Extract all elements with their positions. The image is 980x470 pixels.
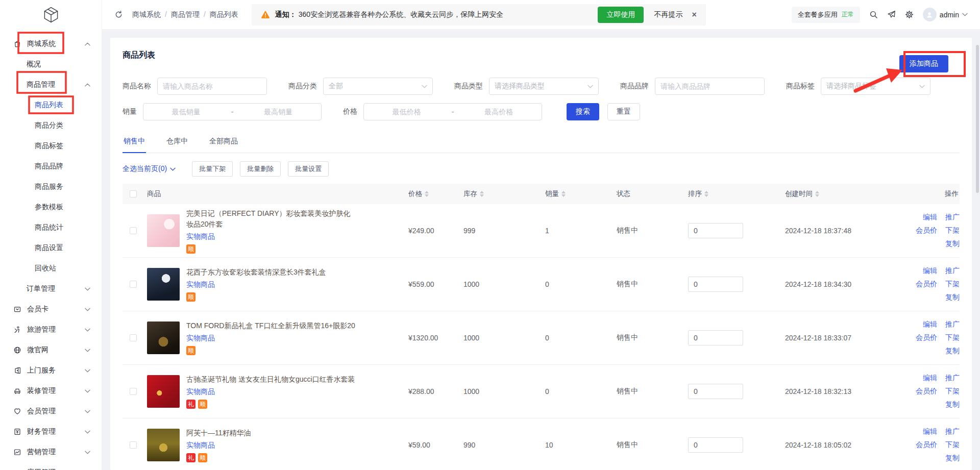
product-type-link[interactable]: 实物商品 [186, 334, 355, 343]
breadcrumb-item[interactable]: 商品管理 [171, 10, 200, 18]
product-title[interactable]: 完美日记（PERFECT DIARY）彩妆套装美妆护肤化妆品20件套 [186, 208, 356, 230]
add-product-button[interactable]: 添加商品 [899, 55, 948, 72]
member-price-link[interactable]: 会员价 [916, 440, 937, 450]
page-scrollbar[interactable] [976, 45, 979, 193]
gear-icon[interactable] [905, 10, 914, 19]
member-price-link[interactable]: 会员价 [916, 280, 937, 289]
sort-input[interactable] [688, 437, 743, 453]
type-select[interactable]: 请选择商品类型 [489, 78, 599, 95]
sidebar-item-goods-category[interactable]: 商品分类 [0, 115, 102, 136]
product-title[interactable]: 花西子东方妆奁彩妆套装情深意长3件套礼盒 [186, 267, 326, 278]
edit-link[interactable]: 编辑 [923, 266, 937, 276]
member-price-link[interactable]: 会员价 [916, 226, 937, 235]
brand-input[interactable] [655, 78, 765, 95]
product-type-link[interactable]: 实物商品 [186, 232, 356, 241]
sort-toggle[interactable] [561, 191, 566, 197]
max-sales-input[interactable] [235, 108, 321, 116]
refresh-icon[interactable] [114, 10, 123, 19]
row-checkbox[interactable] [130, 388, 137, 395]
sidebar-item-param-template[interactable]: 参数模板 [0, 197, 102, 217]
off-shelf-link[interactable]: 下架 [945, 440, 960, 450]
sidebar-item-member-mgmt[interactable]: 会员管理 [0, 401, 102, 422]
sort-input[interactable] [688, 277, 743, 292]
row-checkbox[interactable] [130, 334, 137, 341]
copy-link[interactable]: 复制 [945, 454, 960, 463]
copy-link[interactable]: 复制 [945, 239, 960, 249]
batch-off-shelf-button[interactable]: 批量下架 [192, 161, 233, 177]
user-menu[interactable]: admin [923, 8, 968, 21]
product-title[interactable]: TOM FORD新品礼盒 TF口红全新升级黑管16+眼影20 [186, 320, 355, 331]
promote-link[interactable]: 推广 [945, 213, 960, 222]
sort-toggle[interactable] [815, 191, 819, 197]
category-select[interactable]: 全部 [323, 78, 433, 95]
tab-all-products[interactable]: 全部商品 [208, 134, 239, 153]
sort-toggle[interactable] [425, 191, 429, 197]
search-button[interactable]: 搜索 [567, 103, 599, 120]
member-price-link[interactable]: 会员价 [916, 387, 937, 396]
search-icon[interactable] [869, 10, 878, 19]
sidebar-item-member-card[interactable]: 会员卡 [0, 299, 102, 319]
promote-link[interactable]: 推广 [945, 320, 960, 329]
sidebar-item-app-mgmt[interactable]: 应用管理 [0, 462, 102, 470]
use-now-button[interactable]: 立即使用 [598, 7, 644, 23]
sidebar-item-overview[interactable]: 概况 [0, 54, 102, 75]
sidebar-item-travel-mgmt[interactable]: 旅游管理 [0, 319, 102, 340]
edit-link[interactable]: 编辑 [923, 213, 937, 222]
edit-link[interactable]: 编辑 [923, 320, 937, 329]
sidebar-item-micro-site[interactable]: 微官网 [0, 340, 102, 360]
sidebar-item-goods-brand[interactable]: 商品品牌 [0, 156, 102, 177]
off-shelf-link[interactable]: 下架 [945, 280, 960, 289]
row-checkbox[interactable] [130, 441, 137, 449]
promote-link[interactable]: 推广 [945, 374, 960, 383]
sidebar-item-goods-stats[interactable]: 商品统计 [0, 217, 102, 238]
breadcrumb-item[interactable]: 商城系统 [132, 10, 161, 18]
sidebar-item-decor-mgmt[interactable]: 装修管理 [0, 381, 102, 401]
sidebar-item-goods-list[interactable]: 商品列表 [0, 95, 102, 115]
batch-settings-button[interactable]: 批量设置 [288, 161, 329, 177]
tab-in-warehouse[interactable]: 仓库中 [165, 134, 189, 153]
sort-toggle[interactable] [480, 191, 484, 197]
max-price-input[interactable] [456, 108, 542, 116]
copy-link[interactable]: 复制 [945, 400, 960, 409]
rocket-icon[interactable] [887, 10, 896, 19]
sidebar-item-goods-tag[interactable]: 商品标签 [0, 136, 102, 156]
min-price-input[interactable] [364, 108, 450, 116]
product-type-link[interactable]: 实物商品 [186, 441, 251, 450]
product-title[interactable]: 阿芙十—11籽精华油 [186, 428, 251, 438]
reset-button[interactable]: 重置 [607, 103, 640, 120]
product-type-link[interactable]: 实物商品 [186, 280, 326, 289]
sidebar-item-finance-mgmt[interactable]: 财务管理 [0, 422, 102, 442]
row-checkbox[interactable] [130, 227, 137, 234]
sidebar-item-marketing-mgmt[interactable]: 营销管理 [0, 442, 102, 462]
sidebar-item-order-mgmt[interactable]: 订单管理 [0, 279, 102, 299]
edit-link[interactable]: 编辑 [923, 427, 937, 436]
tag-select[interactable]: 请选择商品标签 [821, 78, 930, 95]
row-checkbox[interactable] [130, 281, 137, 288]
member-price-link[interactable]: 会员价 [916, 333, 937, 342]
product-type-link[interactable]: 实物商品 [186, 387, 355, 397]
breadcrumb-item[interactable]: 商品列表 [210, 10, 238, 18]
batch-delete-button[interactable]: 批量删除 [240, 161, 281, 177]
off-shelf-link[interactable]: 下架 [945, 387, 960, 396]
off-shelf-link[interactable]: 下架 [945, 226, 960, 235]
edit-link[interactable]: 编辑 [923, 374, 937, 383]
sidebar-item-goods-mgmt[interactable]: 商品管理 [0, 75, 102, 95]
plan-badge[interactable]: 全套餐多应用 正常 [792, 7, 860, 23]
tab-on-sale[interactable]: 销售中 [122, 134, 146, 153]
promote-link[interactable]: 推广 [945, 266, 960, 276]
min-sales-input[interactable] [143, 108, 229, 116]
sidebar-item-door-service[interactable]: 上门服务 [0, 360, 102, 381]
dismiss-button[interactable]: 不再提示 [654, 10, 682, 19]
select-all-checkbox[interactable] [130, 190, 137, 197]
sidebar-item-shop-system[interactable]: 商城系统 [0, 34, 102, 54]
app-logo[interactable] [0, 0, 102, 30]
close-icon[interactable]: × [692, 10, 696, 19]
product-name-input[interactable] [157, 78, 267, 95]
copy-link[interactable]: 复制 [945, 347, 960, 356]
promote-link[interactable]: 推广 [945, 427, 960, 436]
sidebar-item-goods-service[interactable]: 商品服务 [0, 177, 102, 197]
sidebar-item-recycle-bin[interactable]: 回收站 [0, 258, 102, 279]
sort-toggle[interactable] [704, 191, 708, 197]
copy-link[interactable]: 复制 [945, 293, 960, 302]
sort-input[interactable] [688, 223, 743, 238]
